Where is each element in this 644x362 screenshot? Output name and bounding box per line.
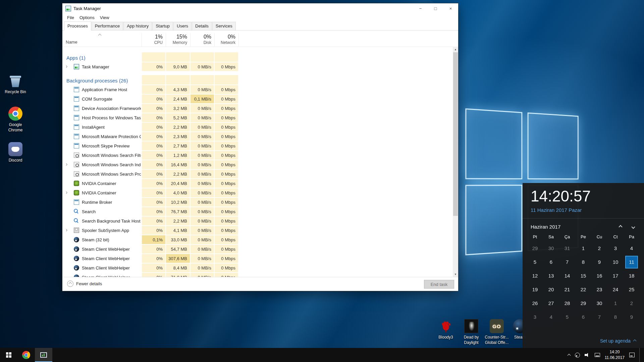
calendar-day[interactable]: 7: [591, 310, 607, 324]
calendar-day[interactable]: 13: [543, 269, 559, 283]
process-row[interactable]: ›Microsoft Windows Search Inde...0%16,4 …: [62, 160, 453, 169]
tab-users[interactable]: Users: [173, 22, 192, 31]
column-divider[interactable]: [238, 33, 239, 47]
calendar-day[interactable]: 26: [527, 296, 543, 310]
calendar-day[interactable]: 25: [624, 283, 640, 296]
desktop-icon-discord[interactable]: Discord: [3, 142, 28, 163]
process-row[interactable]: Host Process for Windows Tasks0%5,2 MB0 …: [62, 113, 453, 122]
maximize-button[interactable]: □: [428, 3, 443, 13]
process-row[interactable]: Device Association Framework ...0%3,2 MB…: [62, 104, 453, 113]
fewer-details-button[interactable]: Fewer details: [67, 281, 102, 287]
process-row[interactable]: Steam Client WebHelper0%307,6 MB0 MB/s0 …: [62, 254, 453, 263]
scrollbar[interactable]: ▲ ▼: [453, 47, 458, 277]
column-network[interactable]: 0% Network: [215, 34, 238, 45]
calendar-day[interactable]: 9: [591, 255, 607, 269]
process-row[interactable]: Microsoft Windows Search Filte...0%1,2 M…: [62, 150, 453, 160]
clock-date[interactable]: 11 Haziran 2017 Pazar: [531, 207, 644, 213]
calendar-day[interactable]: 6: [543, 255, 559, 269]
calendar-day[interactable]: 12: [527, 269, 543, 283]
calendar-day[interactable]: 9: [624, 310, 640, 324]
calendar-day[interactable]: 14: [559, 269, 575, 283]
calendar-day[interactable]: 2: [624, 296, 640, 310]
process-row[interactable]: Steam Client WebHelper0%54,7 MB0 MB/s0 M…: [62, 244, 453, 254]
taskbar-chrome-button[interactable]: [17, 348, 35, 362]
process-row[interactable]: NVIDIA Container0%20,4 MB0 MB/s0 Mbps: [62, 179, 453, 188]
minimize-button[interactable]: −: [413, 3, 428, 13]
calendar-month-label[interactable]: Haziran 2017: [531, 224, 609, 230]
calendar-day[interactable]: 3: [607, 241, 624, 255]
scrollbar-thumb[interactable]: [453, 52, 458, 216]
close-button[interactable]: ×: [443, 3, 458, 13]
tab-app-history[interactable]: App history: [123, 22, 152, 31]
expand-chevron-icon[interactable]: ›: [66, 63, 67, 69]
calendar-next-icon[interactable]: [632, 226, 635, 228]
network-icon[interactable]: [595, 353, 600, 357]
sort-ascending-icon[interactable]: [99, 33, 101, 38]
column-name[interactable]: Name: [66, 40, 77, 45]
action-center-icon[interactable]: [629, 353, 635, 357]
desktop-icon-csgo[interactable]: GO Counter-Str... Global Offe...: [484, 319, 509, 345]
taskbar-task-manager-button[interactable]: [35, 348, 52, 362]
expand-chevron-icon[interactable]: ›: [66, 227, 67, 233]
desktop-icon-dead-by-daylight[interactable]: Dead by Daylight: [459, 319, 484, 345]
calendar-day[interactable]: 29: [575, 296, 591, 310]
calendar-day[interactable]: 24: [607, 283, 624, 296]
tray-steam-icon[interactable]: [575, 353, 580, 358]
scrollbar-down-icon[interactable]: ▼: [453, 272, 458, 277]
calendar-day[interactable]: 1: [575, 241, 591, 255]
column-cpu[interactable]: 1% CPU: [142, 34, 165, 45]
expand-chevron-icon[interactable]: ›: [66, 189, 67, 195]
tab-details[interactable]: Details: [192, 22, 212, 31]
process-row[interactable]: Search0%76,7 MB0 MB/s0 Mbps: [62, 207, 453, 216]
calendar-day[interactable]: 5: [527, 255, 543, 269]
calendar-day[interactable]: 8: [575, 255, 591, 269]
process-row[interactable]: Microsoft Windows Search Prot...0%2,2 MB…: [62, 169, 453, 179]
calendar-day[interactable]: 15: [575, 269, 591, 283]
calendar-day[interactable]: 10: [607, 255, 624, 269]
process-row[interactable]: InstallAgent0%2,2 MB0 MB/s0 Mbps: [62, 122, 453, 132]
process-row[interactable]: Steam (32 bit)0,1%33,0 MB0 MB/s0 Mbps: [62, 235, 453, 244]
calendar-day[interactable]: 19: [527, 283, 543, 296]
tab-processes[interactable]: Processes: [64, 21, 91, 31]
calendar-day[interactable]: 8: [607, 310, 624, 324]
calendar-prev-icon[interactable]: [619, 226, 622, 228]
calendar-day[interactable]: 31: [559, 241, 575, 255]
calendar-day[interactable]: 5: [559, 310, 575, 324]
menu-options[interactable]: Options: [77, 14, 97, 21]
process-row[interactable]: Steam Client WebHelper0%71,9 MB0 MB/s0 M…: [62, 273, 453, 277]
process-row[interactable]: Runtime Broker0%10,2 MB0 MB/s0 Mbps: [62, 197, 453, 207]
taskbar-clock[interactable]: 14:20 11.06.2017: [605, 349, 625, 361]
expand-chevron-icon[interactable]: ›: [66, 161, 67, 167]
tab-services[interactable]: Services: [212, 22, 236, 31]
start-button[interactable]: [0, 348, 17, 362]
calendar-day[interactable]: 11: [624, 255, 640, 269]
calendar-day[interactable]: 2: [591, 241, 607, 255]
desktop-icon-bloody3[interactable]: Bloody3: [433, 319, 459, 340]
tab-performance[interactable]: Performance: [92, 22, 123, 31]
calendar-day[interactable]: 3: [527, 310, 543, 324]
process-row[interactable]: Steam Client WebHelper0%8,4 MB0 MB/s0 Mb…: [62, 263, 453, 273]
calendar-day[interactable]: 28: [559, 296, 575, 310]
calendar-day[interactable]: 16: [591, 269, 607, 283]
calendar-day[interactable]: 27: [543, 296, 559, 310]
calendar-day[interactable]: 23: [591, 283, 607, 296]
menu-view[interactable]: View: [97, 14, 112, 21]
volume-icon[interactable]: [585, 353, 590, 357]
menu-file[interactable]: File: [64, 14, 77, 21]
process-row[interactable]: ›Task Manager0%9,0 MB0 MB/s0 Mbps: [62, 62, 453, 71]
process-row[interactable]: ›NVIDIA Container0%4,0 MB0 MB/s0 Mbps: [62, 188, 453, 197]
process-row[interactable]: COM Surrogate0%2,4 MB0,1 MB/s0 Mbps: [62, 94, 453, 104]
show-desktop-button[interactable]: [639, 348, 641, 362]
column-memory[interactable]: 15% Memory: [166, 34, 190, 45]
process-row[interactable]: Microsoft Skype Preview0%2,7 MB0 MB/s0 M…: [62, 141, 453, 150]
agenda-link[interactable]: Set up agenda: [600, 338, 636, 344]
column-disk[interactable]: 0% Disk: [191, 34, 214, 45]
desktop-icon-google-chrome[interactable]: Google Chrome: [3, 107, 28, 133]
calendar-day[interactable]: 4: [543, 310, 559, 324]
calendar-day[interactable]: 30: [591, 296, 607, 310]
calendar-day[interactable]: 30: [543, 241, 559, 255]
calendar-day[interactable]: 22: [575, 283, 591, 296]
tab-startup[interactable]: Startup: [152, 22, 173, 31]
calendar-day[interactable]: 20: [543, 283, 559, 296]
calendar-day[interactable]: 21: [559, 283, 575, 296]
